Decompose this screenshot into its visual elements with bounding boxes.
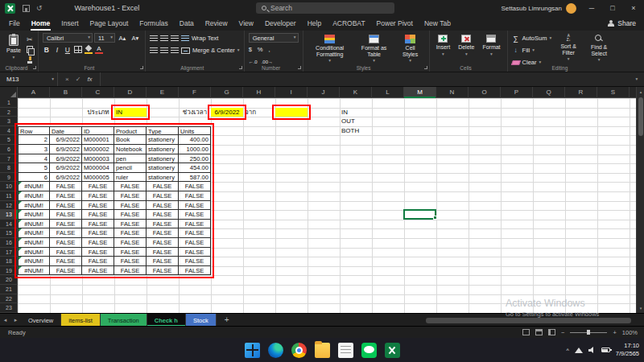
row-header-15[interactable]: 15 bbox=[0, 228, 18, 238]
row-header-4[interactable]: 4 bbox=[0, 126, 18, 136]
table-cell-C16[interactable]: FALSE bbox=[82, 238, 114, 248]
formula-bar-expand-icon[interactable] bbox=[630, 72, 644, 86]
sheet-tab-transaction[interactable]: Transaction bbox=[101, 314, 147, 327]
table-cell-F19[interactable]: FALSE bbox=[179, 266, 211, 276]
conditional-formatting-button[interactable]: Conditional Formatting bbox=[308, 33, 353, 65]
table-cell-D11[interactable]: FALSE bbox=[114, 191, 147, 201]
table-cell-F9[interactable]: 587.00 bbox=[179, 173, 211, 183]
ribbon-tab-data[interactable]: Data bbox=[174, 16, 200, 31]
table-cell-F15[interactable]: FALSE bbox=[179, 228, 211, 238]
start-icon[interactable] bbox=[245, 343, 260, 358]
table-cell-D18[interactable]: FALSE bbox=[114, 257, 147, 266]
table-cell-C12[interactable]: FALSE bbox=[82, 201, 114, 211]
vertical-scrollbar[interactable] bbox=[636, 87, 644, 313]
share-button[interactable]: Share bbox=[608, 19, 636, 27]
file-explorer-icon[interactable] bbox=[315, 343, 330, 358]
sheet-nav-right-icon[interactable] bbox=[10, 317, 21, 323]
titlebar-search[interactable]: Search bbox=[256, 2, 394, 14]
row-header-19[interactable]: 19 bbox=[0, 266, 18, 276]
ribbon-tab-view[interactable]: View bbox=[233, 16, 259, 31]
normal-view-icon[interactable] bbox=[522, 329, 530, 335]
table-cell-C18[interactable]: FALSE bbox=[82, 257, 114, 266]
ribbon-tab-home[interactable]: Home bbox=[26, 16, 56, 31]
row-header-8[interactable]: 8 bbox=[0, 163, 18, 173]
table-cell-C11[interactable]: FALSE bbox=[82, 191, 114, 201]
column-header-K[interactable]: K bbox=[340, 87, 372, 98]
enter-icon[interactable]: ✓ bbox=[76, 76, 81, 83]
font-dialog-launcher[interactable] bbox=[140, 66, 143, 69]
table-cell-A11[interactable]: #NUM! bbox=[18, 191, 50, 201]
avatar[interactable] bbox=[566, 3, 576, 14]
table-cell-B11[interactable]: FALSE bbox=[50, 191, 82, 201]
table-cell-A18[interactable]: #NUM! bbox=[18, 257, 50, 266]
column-header-F[interactable]: F bbox=[179, 87, 211, 98]
row-header-23[interactable]: 23 bbox=[0, 303, 18, 313]
table-cell-B15[interactable]: FALSE bbox=[50, 228, 82, 238]
insert-cells-button[interactable]: Insert bbox=[434, 33, 453, 58]
table-cell-E12[interactable]: FALSE bbox=[147, 201, 179, 211]
table-cell-D7[interactable]: pen bbox=[114, 154, 147, 164]
find-select-button[interactable]: Find & Select bbox=[585, 33, 613, 64]
sheet-tab-items-list[interactable]: items-list bbox=[61, 314, 101, 327]
zoom-in-button[interactable]: + bbox=[613, 329, 616, 336]
autosum-button[interactable]: AutoSum bbox=[512, 33, 552, 43]
table-cell-F4[interactable]: Units bbox=[179, 126, 211, 136]
worksheet-grid[interactable]: ABCDEFGHIJKLMNOPQRS123456789101112131415… bbox=[0, 87, 636, 313]
table-cell-B6[interactable]: 6/9/2022 bbox=[50, 145, 82, 154]
wrap-text-icon[interactable] bbox=[181, 35, 189, 42]
table-cell-B19[interactable]: FALSE bbox=[50, 266, 82, 276]
grow-font-icon[interactable] bbox=[117, 35, 128, 42]
sort-filter-button[interactable]: Sort & Filter bbox=[555, 33, 582, 64]
row-header-7[interactable]: 7 bbox=[0, 154, 18, 164]
table-cell-E14[interactable]: FALSE bbox=[147, 220, 179, 229]
table-cell-C15[interactable]: FALSE bbox=[82, 228, 114, 238]
table-cell-A13[interactable]: #NUM! bbox=[18, 210, 50, 220]
table-cell-E16[interactable]: FALSE bbox=[147, 238, 179, 248]
vertical-scrollbar-thumb[interactable] bbox=[638, 97, 643, 136]
table-cell-A16[interactable]: #NUM! bbox=[18, 238, 50, 248]
table-cell-E19[interactable]: FALSE bbox=[147, 266, 179, 276]
table-cell-D13[interactable]: FALSE bbox=[114, 210, 147, 220]
close-button[interactable]: × bbox=[623, 0, 644, 16]
alignment-dialog-launcher[interactable] bbox=[239, 66, 242, 69]
table-cell-F5[interactable]: 400.00 bbox=[179, 135, 211, 145]
column-header-P[interactable]: P bbox=[501, 87, 533, 98]
column-header-I[interactable]: I bbox=[275, 87, 308, 98]
table-cell-E10[interactable]: FALSE bbox=[147, 182, 179, 191]
table-cell-C19[interactable]: FALSE bbox=[82, 266, 114, 276]
cut-icon[interactable] bbox=[27, 35, 34, 43]
table-cell-C7[interactable]: M000003 bbox=[82, 154, 114, 164]
table-cell-B14[interactable]: FALSE bbox=[50, 220, 82, 229]
table-cell-F16[interactable]: FALSE bbox=[179, 238, 211, 248]
accounting-format-button[interactable]: $ bbox=[249, 46, 252, 53]
copy-icon[interactable] bbox=[27, 46, 34, 54]
row-header-5[interactable]: 5 bbox=[0, 135, 18, 145]
table-cell-B8[interactable]: 6/9/2022 bbox=[50, 163, 82, 173]
table-cell-C4[interactable]: ID bbox=[82, 126, 114, 136]
font-color-icon[interactable] bbox=[95, 45, 103, 54]
table-cell-A5[interactable]: 2 bbox=[18, 135, 50, 145]
row-header-20[interactable]: 20 bbox=[0, 275, 18, 285]
cell-F2[interactable]: ช่วงเวลา bbox=[179, 108, 211, 117]
column-header-B[interactable]: B bbox=[50, 87, 82, 98]
table-cell-A6[interactable]: 3 bbox=[18, 145, 50, 154]
table-cell-B17[interactable]: FALSE bbox=[50, 248, 82, 257]
ribbon-tab-power-pivot[interactable]: Power Pivot bbox=[371, 16, 419, 31]
column-header-H[interactable]: H bbox=[243, 87, 275, 98]
table-cell-A17[interactable]: #NUM! bbox=[18, 248, 50, 257]
align-top-icon[interactable] bbox=[150, 35, 158, 42]
align-left-icon[interactable] bbox=[150, 47, 158, 54]
chrome-icon[interactable] bbox=[291, 343, 307, 358]
edge-icon[interactable] bbox=[268, 343, 283, 358]
column-header-N[interactable]: N bbox=[436, 87, 469, 98]
table-cell-E13[interactable]: FALSE bbox=[147, 210, 179, 220]
borders-icon[interactable] bbox=[74, 46, 82, 53]
number-format-select[interactable]: General bbox=[249, 33, 299, 43]
row-header-11[interactable]: 11 bbox=[0, 191, 18, 201]
table-cell-D17[interactable]: FALSE bbox=[114, 248, 147, 257]
delete-cells-button[interactable]: Delete bbox=[456, 33, 477, 58]
volume-icon[interactable] bbox=[588, 347, 596, 353]
zoom-level[interactable]: 100% bbox=[622, 329, 638, 336]
cell-K4[interactable]: BOTH bbox=[340, 126, 372, 136]
table-cell-C13[interactable]: FALSE bbox=[82, 210, 114, 220]
